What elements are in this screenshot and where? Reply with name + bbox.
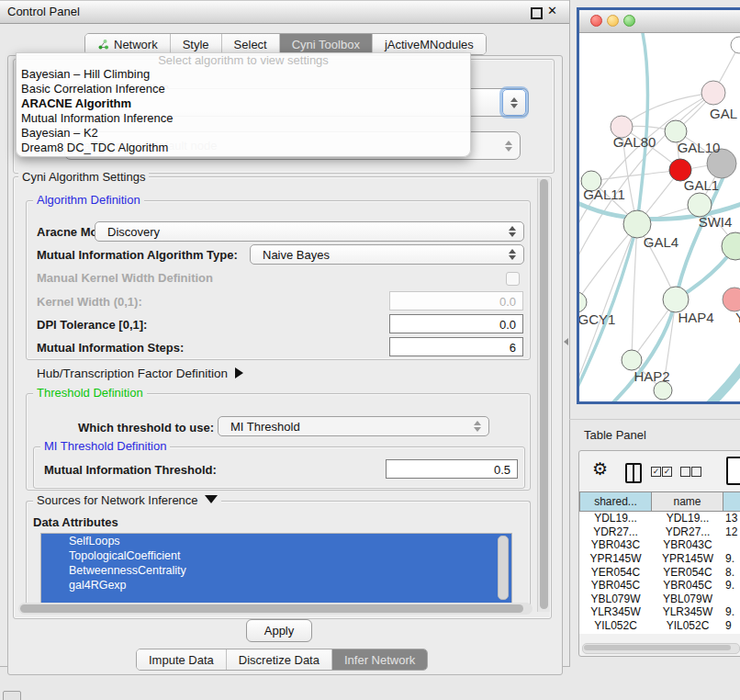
panel-divider-collapse-icon[interactable]	[564, 338, 568, 345]
unchecked-checkbox-icon[interactable]	[691, 467, 701, 477]
mac-zoom-icon[interactable]	[623, 15, 635, 27]
gear-icon[interactable]: ⚙	[592, 458, 608, 480]
combo-stepper-icon[interactable]	[502, 89, 526, 116]
table-cell[interactable]: YDR27...	[652, 525, 723, 539]
table-row[interactable]: YER054CYER054C8.	[579, 565, 740, 579]
scrollbar-thumb[interactable]	[584, 645, 731, 650]
table-cell[interactable]: YIL052C	[652, 619, 723, 633]
table-cell[interactable]: 12	[723, 525, 740, 539]
tab-impute-data[interactable]: Impute Data	[137, 649, 227, 670]
tab-infer-network[interactable]: Infer Network	[332, 649, 427, 670]
table-cell[interactable]	[723, 538, 740, 552]
network-node[interactable]	[731, 37, 740, 53]
dropdown-item-basic-correlation-inference[interactable]: Basic Correlation Inference	[17, 82, 470, 96]
manual-kernel-checkbox[interactable]	[506, 272, 520, 286]
table-cell[interactable]: YBL079W	[652, 593, 723, 606]
tab-network[interactable]: Network	[85, 34, 171, 54]
table-cell[interactable]: YPR145W	[652, 552, 723, 566]
table-cell[interactable]: YDL19...	[652, 512, 723, 525]
mac-minimize-icon[interactable]	[607, 15, 619, 27]
tab-select[interactable]: Select	[222, 34, 280, 54]
network-canvas[interactable]: GALGAL80GAL10GAL1GAL11GAL4SWI4GCY1HAP4YH…	[579, 33, 740, 404]
expander-arrow-right-icon[interactable]	[235, 367, 243, 378]
network-window-titlebar[interactable]	[579, 10, 740, 33]
network-node[interactable]	[622, 350, 642, 370]
table-cell[interactable]: 9	[723, 619, 740, 633]
table-horizontal-scrollbar[interactable]	[582, 643, 740, 654]
mac-close-icon[interactable]	[590, 15, 602, 27]
close-icon[interactable]: ✕	[547, 4, 557, 17]
table-cell[interactable]: YBR043C	[652, 538, 723, 552]
dropdown-item-aracne-algorithm[interactable]: ARACNE Algorithm	[17, 96, 470, 111]
column-header-cut[interactable]	[723, 491, 740, 512]
kernel-width-field[interactable]: 0.0	[389, 291, 523, 310]
checked-checkbox-icon[interactable]: ✓	[662, 467, 672, 477]
tab-discretize-data[interactable]: Discretize Data	[227, 649, 332, 670]
document-icon[interactable]	[726, 457, 740, 485]
unchecked-checkbox-icon[interactable]	[680, 467, 690, 477]
table-row[interactable]: YPR145WYPR145W9.	[579, 552, 740, 566]
network-view-window[interactable]: GALGAL80GAL10GAL1GAL11GAL4SWI4GCY1HAP4YH…	[577, 7, 740, 404]
table-cell[interactable]: 9.	[723, 605, 740, 619]
tab-jactivemnodules[interactable]: jActiveMNodules	[373, 34, 486, 54]
sources-title-row[interactable]: Sources for Network Inference	[33, 494, 221, 507]
attribute-item-selfloops[interactable]: SelfLoops	[41, 534, 511, 548]
column-header-shared[interactable]: shared...	[579, 491, 652, 512]
table-cell[interactable]: YBR043C	[579, 538, 652, 552]
scrollbar-thumb[interactable]	[20, 604, 523, 613]
network-node[interactable]	[723, 288, 740, 311]
hub-definition-expander[interactable]: Hub/Transcription Factor Definition	[37, 367, 243, 380]
scrollbar-thumb[interactable]	[540, 179, 548, 609]
tab-style[interactable]: Style	[171, 34, 222, 54]
table-cell[interactable]: YBR045C	[652, 579, 723, 593]
table-cell[interactable]: YIL052C	[579, 619, 652, 633]
dropdown-item-dream8-dc-tdc-algorithm[interactable]: Dream8 DC_TDC Algorithm	[17, 141, 470, 155]
checked-checkbox-icon[interactable]: ✓	[651, 467, 661, 477]
table-cell[interactable]: YBR045C	[579, 579, 652, 593]
network-node[interactable]	[654, 381, 672, 400]
apply-button[interactable]: Apply	[246, 619, 312, 642]
tab-cyni-toolbox[interactable]: Cyni Toolbox	[280, 34, 373, 54]
table-row[interactable]: YBL079WYBL079W	[579, 593, 740, 606]
table-row[interactable]: YBR045CYBR045C9.	[579, 579, 740, 593]
attribute-item-gal4rgexp[interactable]: gal4RGexp	[41, 578, 511, 593]
which-threshold-combo[interactable]: MI Threshold	[218, 416, 489, 436]
table-cell[interactable]: YLR345W	[652, 605, 723, 619]
dpi-tolerance-field[interactable]: 0.0	[389, 314, 523, 333]
dropdown-item-bayesian-hill-climbing[interactable]: Bayesian – Hill Climbing	[17, 67, 470, 82]
table-cell[interactable]: 8.	[723, 565, 740, 579]
table-cell[interactable]: YBL079W	[579, 593, 652, 606]
settings-vertical-scrollbar[interactable]	[537, 178, 550, 612]
table-cell[interactable]: YLR345W	[579, 605, 652, 619]
float-panel-icon[interactable]	[531, 7, 543, 19]
table-cell[interactable]: 9.	[723, 579, 740, 593]
table-row[interactable]: YLR345WYLR345W9.	[579, 605, 740, 619]
expander-arrow-down-icon[interactable]	[205, 495, 218, 503]
table-cell[interactable]: 9.	[723, 552, 740, 566]
table-cell[interactable]: YPR145W	[579, 552, 652, 566]
list-scrollbar-thumb[interactable]	[498, 536, 509, 600]
table-cell[interactable]: YDL19...	[579, 512, 652, 525]
network-node[interactable]	[701, 81, 725, 105]
network-node[interactable]	[663, 287, 689, 312]
attribute-item-betweennesscentrality[interactable]: BetweennessCentrality	[41, 563, 511, 578]
table-cell[interactable]: YDR27...	[579, 525, 652, 539]
mi-threshold-field[interactable]: 0.5	[386, 459, 518, 479]
table-row[interactable]: YDR27...YDR27...12	[579, 525, 740, 539]
resize-grip[interactable]	[3, 691, 21, 700]
settings-horizontal-scrollbar[interactable]	[18, 603, 533, 615]
table-cell[interactable]: 13	[723, 512, 740, 525]
table-cell[interactable]	[723, 593, 740, 606]
aracne-mode-combo[interactable]: Discovery	[95, 221, 524, 242]
network-node[interactable]	[579, 292, 587, 312]
table-cell[interactable]: YER054C	[579, 565, 652, 579]
dropdown-item-mutual-information-inference[interactable]: Mutual Information Inference	[17, 111, 470, 126]
split-pane-icon[interactable]	[625, 463, 642, 483]
attribute-item-topologicalcoefficient[interactable]: TopologicalCoefficient	[41, 548, 511, 563]
network-node[interactable]	[722, 232, 740, 260]
table-row[interactable]: YIL052CYIL052C9	[579, 619, 740, 633]
table-cell[interactable]: YER054C	[652, 565, 723, 579]
data-attributes-list[interactable]: SelfLoopsTopologicalCoefficientBetweenne…	[40, 533, 512, 604]
mi-steps-field[interactable]: 6	[389, 337, 523, 356]
column-header-name[interactable]: name	[652, 491, 723, 512]
